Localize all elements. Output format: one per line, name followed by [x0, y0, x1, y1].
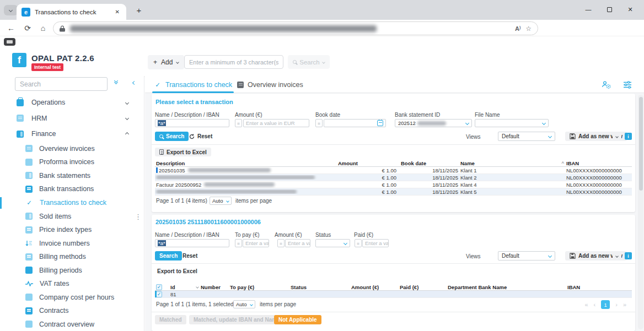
amount-filter-input[interactable]: Enter a value in EUR [243, 119, 309, 127]
col-iban[interactable]: IBAN [566, 284, 632, 290]
sidebar-item-billing-periods[interactable]: Billing periods [0, 263, 144, 277]
filename-select[interactable] [475, 119, 549, 127]
global-search-input[interactable] [184, 55, 283, 69]
pager-page-1[interactable]: 1 [601, 300, 610, 309]
table-row-selected[interactable]: ✓ 81 [155, 291, 632, 298]
paid-filter-input[interactable]: Enter a va... [362, 239, 389, 247]
reset-button[interactable]: Reset [187, 132, 214, 141]
sidebar-search-input[interactable] [15, 77, 108, 91]
col-topay[interactable]: To pay (€) [229, 284, 289, 290]
sidebar-item-bank-transactions[interactable]: Bank transactions [0, 182, 144, 196]
col-name[interactable]: Name^ [459, 160, 565, 166]
amount-operator[interactable]: = [235, 119, 242, 127]
pager-first-icon[interactable]: « [584, 301, 588, 308]
calendar-icon[interactable] [377, 120, 383, 126]
reset-button[interactable]: Reset [180, 251, 200, 261]
table-row[interactable]: € 1.00 18/11/2025 Klant 2 NL00XXXX000000… [155, 174, 632, 181]
sidebar-item-proforma-invoices[interactable]: Proforma invoices [0, 155, 144, 169]
browser-widget-icon[interactable] [4, 38, 15, 46]
search-button[interactable]: Search [155, 132, 189, 141]
vertical-scrollbar[interactable] [638, 95, 643, 329]
sidebar-item-operations[interactable]: Operations [0, 95, 144, 111]
sidebar-resize-handle[interactable]: ⋮ [135, 213, 142, 221]
amount-operator[interactable]: = [277, 239, 285, 247]
pager-next-icon[interactable]: › [615, 301, 618, 308]
name-filter-input[interactable]: *a* [155, 119, 229, 127]
view-options-button[interactable] [613, 251, 621, 261]
new-tab-button[interactable]: + [132, 3, 146, 17]
sidebar-item-overview-invoices[interactable]: Overview invoices [0, 142, 144, 156]
sidebar-item-sold-items[interactable]: Sold items [0, 209, 144, 223]
tab-transactions-to-check[interactable]: ✓ Transactions to check [152, 76, 234, 93]
bookdate-operator[interactable]: = [315, 119, 323, 127]
search-button[interactable]: Search [155, 251, 182, 261]
user-settings-icon[interactable] [602, 80, 611, 90]
back-button[interactable]: ← [4, 21, 18, 35]
col-id[interactable]: Id [169, 284, 200, 290]
select-all-checkbox[interactable]: ✓ [156, 284, 162, 290]
sidebar-item-price-index-types[interactable]: Price index types [0, 223, 144, 237]
status-select[interactable] [315, 239, 350, 247]
col-paid[interactable]: Paid (€) [399, 284, 447, 290]
export-to-excel-button[interactable]: Export to Excel [155, 148, 211, 156]
col-status[interactable]: Status [289, 284, 350, 290]
refresh-button[interactable]: ⟳ [21, 21, 34, 35]
not-applicable-button[interactable]: Not Applicable [274, 315, 321, 324]
views-select[interactable]: Default [498, 251, 555, 261]
export-to-excel-button[interactable]: Export to Excel [155, 267, 200, 275]
sidebar-collapse-icon[interactable] [132, 81, 136, 85]
sidebar-item-invoice-numbers[interactable]: Invoice numbers [0, 236, 144, 250]
paid-operator[interactable]: = [355, 239, 362, 247]
app-logo[interactable]: f [12, 53, 26, 67]
sidebar-item-bank-statements[interactable]: Bank statements [0, 169, 144, 183]
pager-prev-icon[interactable]: ‹ [594, 301, 596, 308]
sidebar-item-contracts[interactable]: Contracts [0, 304, 144, 318]
table-row[interactable]: € 1.00 18/11/2025 Klant 5 NL00XXXX000000… [155, 188, 632, 196]
col-number[interactable]: Number [200, 284, 229, 290]
window-minimize-button[interactable]: — [578, 0, 599, 19]
address-bar[interactable]: A) ☆ [53, 21, 538, 35]
global-search-button[interactable]: Search [288, 55, 330, 69]
topay-operator[interactable]: = [235, 239, 242, 247]
pager-last-icon[interactable]: » [623, 301, 626, 308]
items-per-page-select[interactable]: Auto [233, 300, 255, 308]
col-amount[interactable]: Amount [337, 160, 398, 166]
items-per-page-select[interactable]: Auto [210, 197, 232, 205]
view-options-button[interactable] [613, 132, 621, 141]
tab-overview-invoices[interactable]: Overview invoices [237, 76, 303, 93]
window-close-button[interactable]: ✕ [620, 0, 641, 19]
sidebar-item-billing-methods[interactable]: Billing methods [0, 250, 144, 264]
expand-all-icon[interactable] [115, 80, 117, 84]
col-iban[interactable]: IBAN [565, 160, 632, 166]
window-maximize-button[interactable] [599, 0, 620, 19]
views-select[interactable]: Default [498, 132, 555, 141]
scrollbar-thumb[interactable] [639, 97, 643, 191]
topay-filter-input[interactable]: Enter a va... [243, 239, 269, 247]
amount-filter-input[interactable]: Enter a va... [285, 239, 310, 247]
col-description[interactable]: Description [155, 160, 337, 166]
col-department-bank-name[interactable]: Department Bank Name [447, 284, 566, 290]
sidebar-item-finance[interactable]: Finance [0, 126, 144, 142]
favorite-star-icon[interactable]: ☆ [525, 25, 532, 32]
tab-close-icon[interactable]: ✕ [114, 8, 121, 15]
read-aloud-icon[interactable]: A) [515, 25, 520, 32]
home-button[interactable]: ⌂ [36, 21, 50, 35]
sidebar-item-transactions-to-check[interactable]: ✓ Transactions to check [0, 196, 144, 210]
add-button[interactable]: + Add [148, 55, 184, 69]
sidebar-item-contract-overview[interactable]: Contract overview [0, 318, 144, 331]
table-row[interactable]: 202501035 € 1.00 18/11/2025 Klant 1 NL00… [155, 167, 632, 174]
row-checkbox[interactable]: ✓ [156, 291, 162, 297]
sidebar-item-vat-rates[interactable]: VAT rates [0, 277, 144, 291]
info-icon[interactable]: i [625, 133, 632, 140]
sidebar-item-hrm[interactable]: HRM [0, 111, 144, 127]
col-book-date[interactable]: Book date [398, 160, 459, 166]
table-row[interactable]: Factuur 202500952 € 1.00 18/11/2025 Klan… [155, 181, 632, 188]
sliders-icon[interactable] [622, 80, 632, 90]
col-amount[interactable]: Amount (€) [350, 284, 399, 290]
sidebar-item-company-cost-per-hours[interactable]: Company cost per hours [0, 291, 144, 305]
name-filter-input[interactable]: *a* [155, 239, 229, 247]
browser-tab[interactable]: e Transactions to check ✕ [17, 4, 126, 20]
tab-search-button[interactable] [4, 5, 18, 15]
bank-statement-select[interactable]: 202512 [395, 119, 472, 127]
info-icon[interactable]: i [625, 252, 632, 259]
